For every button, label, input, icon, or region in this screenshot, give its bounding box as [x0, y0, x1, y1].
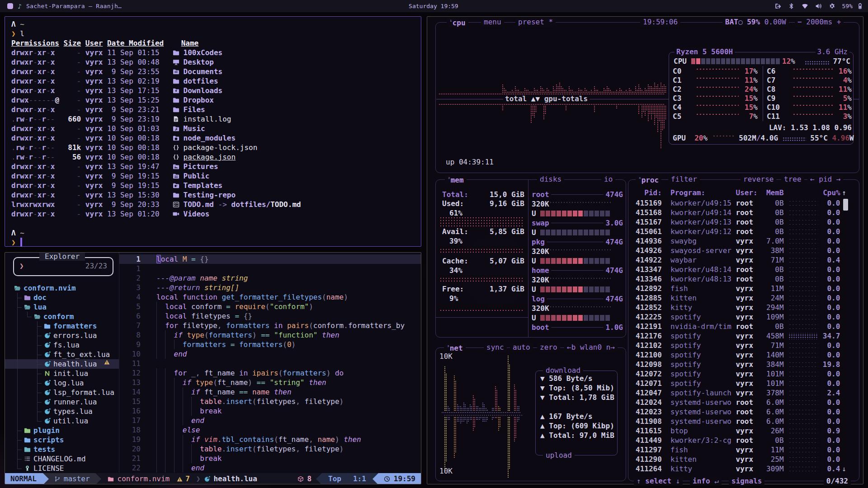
- code-buffer[interactable]: 1local M = {}12---@param name string3---…: [119, 253, 421, 473]
- process-row-411297[interactable]: 411297 fish vyrx 11M 0.0: [636, 445, 840, 455]
- btop-window[interactable]: ¹cpu menu preset * 19:59:06 BAT○ 59% 0.0…: [427, 16, 863, 484]
- file-entry[interactable]: Desktop: [184, 58, 214, 66]
- clock[interactable]: Saturday 19:59: [409, 0, 458, 12]
- tree-item-ft_to_ext.lua[interactable]: ft_to_ext.lua: [5, 350, 119, 359]
- file-entry[interactable]: Downloads: [184, 86, 223, 95]
- tree-item-log.lua[interactable]: log.lua: [5, 378, 119, 388]
- process-row-412191[interactable]: 412191 nvidia-drm/tim root 0B 0.0: [636, 322, 840, 331]
- terminal-window[interactable]: Λ ~❯ lPermissions Size User Date Modifie…: [5, 16, 421, 247]
- tree-item-scripts[interactable]: scripts: [5, 435, 119, 445]
- tree-item-CHANGELOG.md[interactable]: CHANGELOG.md: [5, 454, 119, 464]
- tree-item-lsp_format.lua[interactable]: lsp_format.lua: [5, 388, 119, 397]
- file-entry[interactable]: Testing-repo: [184, 191, 236, 199]
- net-sync-toggle[interactable]: sync: [484, 343, 507, 352]
- process-row-412100[interactable]: 412100 spotify vyrx 140M 0.0: [636, 350, 840, 360]
- tree-item-runner.lua[interactable]: runner.lua: [5, 397, 119, 407]
- proc-sort-selector[interactable]: ← pid →: [807, 175, 843, 184]
- process-row-413346[interactable]: 413346 kworker/u48:13 root 0B 0.0: [636, 274, 840, 284]
- tree-item-tests[interactable]: tests: [5, 445, 119, 454]
- workspace-indicator[interactable]: [7, 3, 13, 9]
- file-entry[interactable]: install.log: [184, 115, 231, 123]
- file-entry[interactable]: Music: [184, 124, 205, 133]
- bluetooth-icon[interactable]: [788, 3, 795, 9]
- tree-item-conform[interactable]: conform: [5, 312, 119, 321]
- proc-signals-hint[interactable]: signals: [729, 477, 764, 486]
- proc-tree-toggle[interactable]: tree: [781, 175, 804, 184]
- file-entry[interactable]: package.json: [184, 153, 236, 161]
- file-entry[interactable]: node_modules: [184, 134, 236, 142]
- diagnostic-warnings[interactable]: 7: [174, 473, 193, 484]
- proc-select-hint[interactable]: ↑ select ↓: [634, 477, 683, 486]
- volume-icon[interactable]: [815, 3, 822, 9]
- process-row-411908[interactable]: 411908 systemd-userwo root 6.0M 0.0: [636, 417, 840, 426]
- process-row-412852[interactable]: 412852 kitty vyrx 294M 0.0: [636, 303, 840, 312]
- cwd-folder[interactable]: conform.nvim: [101, 473, 175, 484]
- process-row-411615[interactable]: 411615 btop vyrx 26M 0.9: [636, 426, 840, 436]
- process-row-414936[interactable]: 414936 swaybg vyrx 7.0M 0.0: [636, 236, 840, 246]
- tree-item-errors.lua[interactable]: errors.lua: [5, 331, 119, 340]
- tree-item-doc[interactable]: doc: [5, 293, 119, 302]
- file-entry[interactable]: Files: [184, 105, 205, 114]
- tree-item-util.lua[interactable]: util.lua: [5, 416, 119, 426]
- file-entry[interactable]: Dropbox: [184, 96, 214, 104]
- net-zero-toggle[interactable]: zero: [537, 343, 560, 352]
- wifi-icon[interactable]: [802, 3, 808, 9]
- file-entry[interactable]: Videos: [184, 210, 210, 218]
- tree-item-lua[interactable]: lua: [5, 302, 119, 312]
- sort-direction-arrow[interactable]: ↑: [842, 188, 846, 197]
- process-row-413347[interactable]: 413347 kworker/u48:14 root 0B 0.0: [636, 265, 840, 274]
- proc-info-hint[interactable]: info ↵: [690, 477, 722, 486]
- file-entry[interactable]: 100xCodes: [184, 48, 223, 57]
- file-entry[interactable]: Public: [184, 172, 210, 180]
- process-row-411290[interactable]: 411290 kitten vyrx 25M 0.0: [636, 455, 840, 464]
- disks-io-toggle[interactable]: io: [601, 175, 615, 184]
- tab-mem[interactable]: ²mem: [445, 175, 467, 185]
- current-file[interactable]: health.lua: [204, 473, 257, 484]
- process-row-412071[interactable]: 412071 spotify vyrx 101M 0.0: [636, 379, 840, 388]
- package-count[interactable]: 8: [293, 473, 316, 484]
- process-row-415167[interactable]: 415167 kworker/u49:13 root 0B 0.0: [636, 217, 840, 227]
- tree-item-formatters[interactable]: formatters: [5, 321, 119, 331]
- process-row-412225[interactable]: 412225 spotify vyrx 109M 0.0: [636, 312, 840, 322]
- net-auto-toggle[interactable]: auto: [510, 343, 533, 352]
- process-row-412176[interactable]: 412176 spotify vyrx 458M 34.7: [636, 331, 840, 341]
- explorer-filter-box[interactable]: Explorer ❯ 23/23: [13, 257, 113, 276]
- process-row-415061[interactable]: 415061 kworker/u49:12 root 0B 0.0: [636, 227, 840, 236]
- tree-item-fs.lua[interactable]: fs.lua: [5, 340, 119, 350]
- proc-scrollbar[interactable]: [843, 199, 848, 211]
- process-row-412024[interactable]: 412024 systemd-userwo root 6.0M 0.0: [636, 398, 840, 407]
- net-interface-selector[interactable]: ←b wlan0 n→: [564, 343, 618, 352]
- git-branch[interactable]: master: [49, 473, 95, 484]
- proc-reverse-toggle[interactable]: reverse: [741, 175, 776, 184]
- gear-icon[interactable]: [829, 3, 835, 9]
- process-row-415169[interactable]: 415169 kworker/u49:15 root 0B 0.0: [636, 198, 840, 208]
- scroll-down-arrow[interactable]: ↓: [842, 464, 846, 474]
- file-entry[interactable]: package-lock.json: [184, 143, 258, 152]
- process-row-415168[interactable]: 415168 kworker/u49:14 root 0B 0.0: [636, 208, 840, 217]
- proc-filter-button[interactable]: filter: [668, 175, 700, 184]
- neovim-window[interactable]: Explorer ❯ 23/23 conform.nvimdocluaconfo…: [5, 252, 421, 484]
- media-title[interactable]: Sachet-Parampara — Raanjh…: [26, 3, 122, 9]
- file-entry[interactable]: Pictures: [184, 162, 218, 171]
- file-entry[interactable]: Documents: [184, 67, 223, 76]
- tree-item-plugin[interactable]: plugin: [5, 426, 119, 435]
- file-entry[interactable]: Templates: [184, 181, 223, 190]
- process-row-412072[interactable]: 412072 spotify vyrx 101M 0.0: [636, 369, 840, 379]
- process-row-412892[interactable]: 412892 fish vyrx 11M 0.0: [636, 284, 840, 293]
- process-row-414926[interactable]: 414926 swayosd-server vyrx 38M 0.0: [636, 246, 840, 255]
- tree-item-init.lua[interactable]: init.lua: [5, 369, 119, 378]
- tree-item-health.lua[interactable]: health.lua: [5, 359, 119, 369]
- process-row-412885[interactable]: 412885 kitten vyrx 24M 0.0: [636, 293, 840, 303]
- tab-proc[interactable]: ⁴proc: [636, 175, 661, 185]
- proc-table-header[interactable]: Pid: Program: User: MemB Cpu%: [636, 188, 840, 197]
- tree-item-LICENSE[interactable]: LICENSE: [5, 464, 119, 473]
- process-row-414922[interactable]: 414922 waybar vyrx 71M 0.4: [636, 255, 840, 265]
- tree-item-conform.nvim[interactable]: conform.nvim: [5, 283, 119, 293]
- process-row-412047[interactable]: 412047 spotify-launch vyrx 378M 2.4: [636, 388, 840, 398]
- logout-icon[interactable]: [774, 3, 781, 9]
- process-row-411264[interactable]: 411264 kitty vyrx 309M 0.4: [636, 464, 840, 474]
- process-row-412023[interactable]: 412023 systemd-userwo root 6.0M 0.0: [636, 407, 840, 417]
- cpu-graph-mode-label[interactable]: total ▲▼ gpu-totals: [503, 94, 590, 103]
- process-row-412102[interactable]: 412102 spotify vyrx 71M 0.0: [636, 341, 840, 350]
- tree-item-types.lua[interactable]: types.lua: [5, 407, 119, 416]
